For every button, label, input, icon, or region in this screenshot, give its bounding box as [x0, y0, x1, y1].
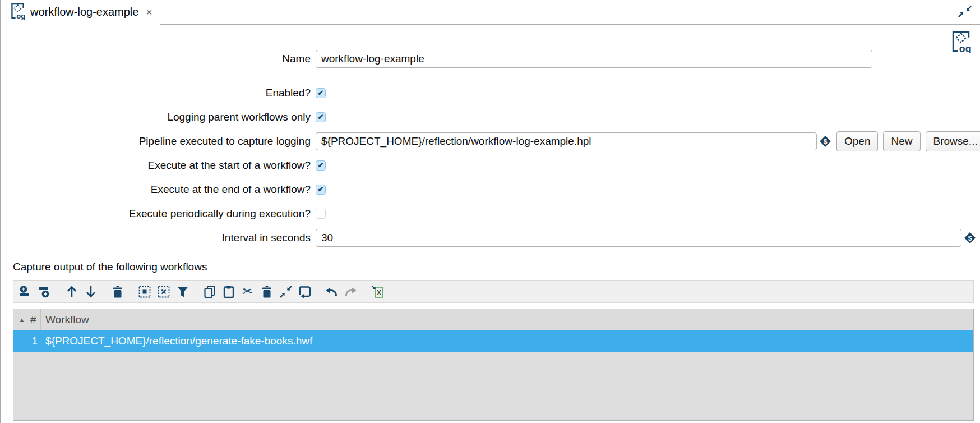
clear-selection-icon[interactable]: [155, 283, 172, 300]
new-button[interactable]: New: [883, 131, 920, 151]
exec-start-row: Execute at the start of a workflow?: [8, 153, 980, 177]
exec-start-checkbox[interactable]: [316, 160, 326, 171]
pipeline-label: Pipeline executed to capture logging: [8, 135, 316, 148]
name-label: Name: [8, 53, 316, 65]
capture-section-title: Capture output of the following workflow…: [13, 261, 980, 273]
pipeline-input[interactable]: [316, 132, 817, 150]
toolbar-separator: [58, 283, 58, 300]
exec-start-label: Execute at the start of a workflow?: [8, 159, 316, 172]
undo-icon[interactable]: [323, 283, 340, 300]
open-button[interactable]: Open: [836, 131, 878, 151]
copy-rows-icon[interactable]: [201, 283, 218, 300]
toolbar-separator: [318, 283, 318, 300]
parent-only-label: Logging parent workflows only: [8, 111, 316, 123]
parent-only-checkbox[interactable]: [316, 112, 326, 122]
redo-icon[interactable]: [342, 283, 359, 300]
delete-rows-icon[interactable]: [258, 283, 275, 300]
exec-end-checkbox[interactable]: [316, 185, 326, 195]
variable-icon[interactable]: $: [819, 135, 831, 148]
keep-selected-rows-icon[interactable]: [277, 283, 294, 300]
cut-rows-icon[interactable]: ✂: [239, 283, 256, 300]
enabled-checkbox[interactable]: [316, 88, 326, 98]
insert-row-before-icon[interactable]: [17, 283, 34, 300]
name-row: Name: [8, 47, 980, 71]
export-to-excel-icon[interactable]: X: [369, 283, 386, 300]
interval-input[interactable]: [316, 229, 961, 247]
row-workflow-path[interactable]: ${PROJECT_HOME}/reflection/generate-fake…: [40, 335, 312, 347]
filter-rows-icon[interactable]: [174, 283, 191, 300]
enabled-label: Enabled?: [8, 87, 316, 99]
minimize-panel-icon[interactable]: [958, 5, 972, 21]
pipeline-row: Pipeline executed to capture logging $ O…: [8, 129, 980, 153]
toolbar-separator: [104, 283, 104, 300]
table-empty-area[interactable]: [13, 352, 973, 420]
svg-text:og: og: [959, 43, 971, 53]
workflow-log-large-icon: og: [951, 30, 971, 56]
exec-end-row: Execute at the end of a workflow?: [8, 177, 980, 201]
exec-periodic-label: Execute periodically during execution?: [8, 208, 316, 220]
toolbar-separator: [131, 283, 131, 300]
svg-text:og: og: [16, 12, 25, 20]
tab-bar: og workflow-log-example ×: [4, 0, 980, 25]
perspective-sash[interactable]: [0, 0, 4, 423]
workflow-log-icon: og: [10, 2, 25, 22]
tab-close-icon[interactable]: ×: [146, 6, 152, 19]
svg-text:$: $: [824, 137, 828, 145]
tab-workflow-log-example[interactable]: og workflow-log-example ×: [4, 0, 160, 25]
form-separator: [8, 76, 974, 76]
workflows-table: ▲ # Workflow 1 ${PROJECT_HOME}/reflectio…: [13, 309, 974, 421]
table-row-selected[interactable]: 1 ${PROJECT_HOME}/reflection/generate-fa…: [13, 330, 973, 352]
name-input[interactable]: [316, 50, 872, 68]
delete-row-icon[interactable]: [109, 283, 126, 300]
svg-text:$: $: [968, 234, 972, 242]
move-up-icon[interactable]: [63, 283, 80, 300]
column-header-workflow[interactable]: Workflow: [40, 309, 973, 330]
move-down-icon[interactable]: [82, 283, 99, 300]
rows-toolbar: ✂: [13, 280, 974, 303]
workflow-log-editor: og Name Enabled? Logging parent workflow…: [4, 25, 980, 423]
table-header[interactable]: ▲ # Workflow: [13, 309, 973, 330]
paste-rows-icon[interactable]: [220, 283, 237, 300]
row-number: 1: [13, 335, 40, 347]
column-header-number[interactable]: #: [30, 314, 40, 326]
enabled-row: Enabled?: [8, 81, 980, 105]
tab-title: workflow-log-example: [30, 6, 138, 19]
copy-row-to-all-rows-icon[interactable]: [296, 283, 313, 300]
insert-row-after-icon[interactable]: [36, 283, 53, 300]
interval-row: Interval in seconds $: [8, 226, 980, 250]
svg-text:X: X: [376, 289, 381, 297]
interval-label: Interval in seconds: [8, 232, 316, 244]
exec-end-label: Execute at the end of a workflow?: [8, 183, 316, 196]
select-all-rows-icon[interactable]: [136, 283, 153, 300]
parent-only-row: Logging parent workflows only: [8, 105, 980, 129]
browse-button[interactable]: Browse...: [926, 131, 980, 151]
exec-periodic-row: Execute periodically during execution?: [8, 201, 980, 226]
variable-icon[interactable]: $: [964, 232, 976, 244]
toolbar-separator: [364, 283, 364, 300]
sort-ascending-icon[interactable]: ▲: [13, 316, 30, 323]
exec-periodic-checkbox[interactable]: [316, 209, 326, 219]
toolbar-separator: [196, 283, 196, 300]
